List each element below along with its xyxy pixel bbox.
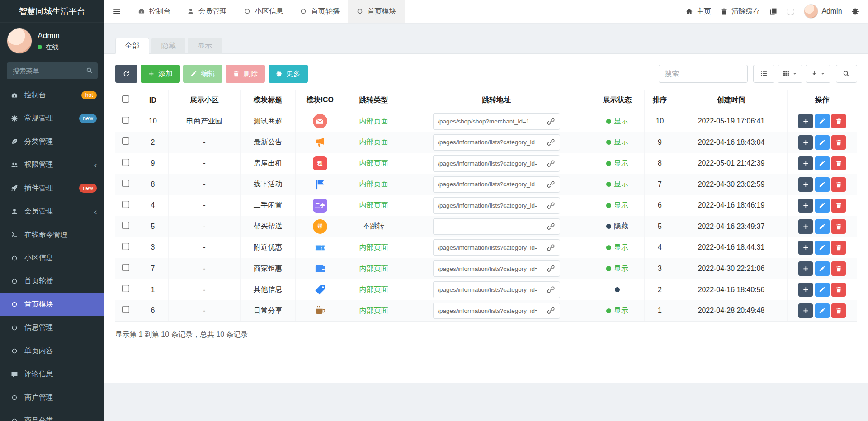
sidebar-item-auth[interactable]: 权限管理‹ (0, 153, 104, 176)
row-checkbox[interactable] (122, 222, 130, 229)
jump-url-input[interactable] (433, 260, 542, 277)
detail-button[interactable] (798, 114, 813, 128)
jump-type-text[interactable]: 内部页面 (359, 117, 388, 125)
edit-row-button[interactable] (815, 283, 830, 297)
table-search-input[interactable] (659, 65, 748, 83)
home-link[interactable]: 主页 (685, 7, 711, 16)
jump-url-input[interactable] (433, 239, 542, 256)
jump-url-input[interactable] (433, 134, 542, 151)
edit-row-button[interactable] (815, 177, 830, 192)
sidebar-item-member[interactable]: 会员管理‹ (0, 200, 104, 223)
detail-button[interactable] (798, 219, 813, 234)
sidebar-item-dashboard[interactable]: 控制台hot (0, 84, 104, 107)
filter-tab-hidden[interactable]: 隐藏 (151, 38, 185, 53)
topbar-tab-banner[interactable]: 首页轮播 (292, 0, 348, 23)
toggle-view-button[interactable] (753, 65, 774, 83)
delete-row-button[interactable] (831, 241, 846, 255)
delete-row-button[interactable] (831, 219, 846, 234)
jump-type-text[interactable]: 内部页面 (359, 307, 388, 314)
row-checkbox[interactable] (122, 306, 130, 313)
topbar-tab-home-module[interactable]: 首页模块 (348, 0, 405, 23)
status-toggle[interactable]: 显示 (606, 137, 628, 147)
status-toggle[interactable]: 显示 (606, 159, 628, 168)
sidebar-item-banner[interactable]: 首页轮播 (0, 270, 104, 293)
export-button[interactable] (806, 65, 830, 83)
row-checkbox[interactable] (122, 264, 130, 271)
sidebar-item-addon[interactable]: 插件管理new (0, 177, 104, 200)
status-toggle[interactable]: 显示 (606, 264, 628, 274)
status-toggle[interactable]: 显示 (606, 201, 628, 210)
edit-row-button[interactable] (815, 135, 830, 150)
jump-type-text[interactable]: 内部页面 (359, 265, 388, 272)
topbar-tab-member[interactable]: 会员管理 (179, 0, 235, 23)
edit-row-button[interactable] (815, 261, 830, 276)
edit-row-button[interactable] (815, 199, 830, 213)
delete-row-button[interactable] (831, 135, 846, 150)
delete-row-button[interactable] (831, 177, 846, 192)
copy-link-button[interactable] (542, 260, 561, 277)
add-button[interactable]: 添加 (141, 65, 180, 83)
jump-url-input[interactable] (433, 155, 542, 172)
edit-row-button[interactable] (815, 156, 830, 171)
jump-type-text[interactable]: 内部页面 (359, 285, 388, 293)
language-button[interactable] (769, 8, 777, 15)
copy-link-button[interactable] (542, 218, 561, 235)
row-checkbox[interactable] (122, 117, 130, 124)
edit-button[interactable]: 编辑 (183, 65, 222, 83)
sidebar-item-command[interactable]: 在线命令管理 (0, 223, 104, 246)
detail-button[interactable] (798, 261, 813, 276)
delete-row-button[interactable] (831, 114, 846, 128)
delete-row-button[interactable] (831, 199, 846, 213)
delete-row-button[interactable] (831, 303, 846, 318)
delete-button[interactable]: 删除 (226, 65, 265, 83)
sidebar-item-home-module[interactable]: 首页模块 (0, 293, 104, 316)
jump-url-input[interactable] (433, 281, 542, 298)
copy-link-button[interactable] (542, 113, 561, 130)
menu-search-input[interactable] (7, 62, 98, 79)
copy-link-button[interactable] (542, 281, 561, 298)
jump-type-text[interactable]: 内部页面 (359, 243, 388, 251)
sidebar-item-information[interactable]: 信息管理 (0, 316, 104, 339)
jump-url-input[interactable] (433, 113, 542, 130)
sidebar-item-goods-category[interactable]: 商品分类 (0, 409, 104, 421)
detail-button[interactable] (798, 135, 813, 150)
jump-url-input[interactable] (433, 176, 542, 193)
edit-row-button[interactable] (815, 241, 830, 255)
jump-url-input[interactable] (433, 303, 542, 319)
row-checkbox[interactable] (122, 285, 130, 293)
advanced-search-button[interactable] (836, 65, 857, 83)
topbar-tab-dashboard[interactable]: 控制台 (130, 0, 179, 23)
jump-type-text[interactable]: 内部页面 (359, 159, 388, 167)
status-toggle[interactable]: 显示 (606, 180, 628, 189)
edit-row-button[interactable] (815, 219, 830, 234)
status-toggle[interactable]: 隐藏 (606, 222, 628, 231)
row-checkbox[interactable] (122, 137, 130, 145)
jump-url-input[interactable] (433, 197, 542, 214)
copy-link-button[interactable] (542, 176, 561, 193)
topbar-tab-community[interactable]: 小区信息 (235, 0, 292, 23)
sidebar-item-general[interactable]: 常规管理new (0, 107, 104, 130)
row-checkbox[interactable] (122, 201, 130, 208)
detail-button[interactable] (798, 177, 813, 192)
jump-type-text[interactable]: 内部页面 (359, 180, 388, 188)
copy-link-button[interactable] (542, 134, 561, 151)
columns-button[interactable] (778, 65, 802, 83)
sidebar-item-comment[interactable]: 评论信息 (0, 363, 104, 386)
copy-link-button[interactable] (542, 303, 561, 319)
status-toggle[interactable] (615, 287, 620, 292)
clear-cache-button[interactable]: 清除缓存 (720, 7, 760, 16)
edit-row-button[interactable] (815, 303, 830, 318)
fullscreen-button[interactable] (787, 8, 794, 15)
detail-button[interactable] (798, 283, 813, 297)
copy-link-button[interactable] (542, 239, 561, 256)
detail-button[interactable] (798, 199, 813, 213)
copy-link-button[interactable] (542, 155, 561, 172)
row-checkbox[interactable] (122, 159, 130, 166)
detail-button[interactable] (798, 241, 813, 255)
row-checkbox[interactable] (122, 180, 130, 187)
jump-url-input[interactable] (433, 218, 542, 235)
settings-button[interactable] (851, 8, 859, 15)
edit-row-button[interactable] (815, 114, 830, 128)
filter-tab-all[interactable]: 全部 (115, 38, 149, 53)
detail-button[interactable] (798, 303, 813, 318)
